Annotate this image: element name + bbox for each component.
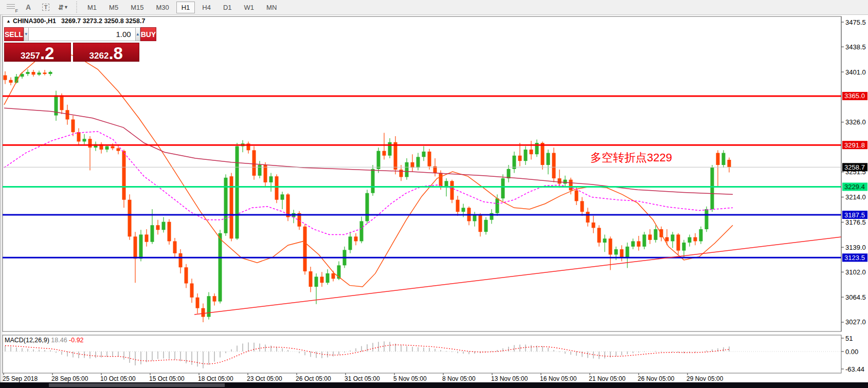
candle (315, 276, 318, 287)
macd-tick-label: -63.44 (845, 365, 864, 373)
price-tick-label: 3139.0 (845, 244, 866, 251)
sell-button[interactable]: SELL (4, 27, 24, 41)
candle (173, 241, 177, 253)
buy-price-display[interactable]: 3262 .8 (73, 43, 140, 62)
volume-down-button[interactable]: ▼ (24, 27, 29, 41)
candle (128, 200, 132, 237)
buy-price-frac: .8 (109, 47, 123, 60)
annotation-text[interactable]: 多空转折点3229 (590, 151, 672, 164)
candle (394, 142, 397, 170)
candle (202, 308, 205, 317)
candle (496, 198, 499, 213)
candle (694, 237, 697, 242)
candle (643, 234, 646, 246)
candle (631, 241, 635, 246)
candle (139, 234, 143, 258)
candle (575, 190, 578, 201)
candle (671, 234, 675, 241)
candle (185, 267, 188, 283)
candle (716, 153, 720, 165)
candle (236, 146, 239, 239)
candle (320, 276, 324, 283)
candle (134, 236, 137, 258)
buy-button[interactable]: BUY (140, 27, 157, 41)
candle (213, 296, 216, 301)
candle (479, 214, 482, 232)
candle (637, 241, 641, 246)
candle (88, 139, 92, 147)
candle (547, 153, 550, 165)
price-badge-label: 3258.7 (844, 163, 865, 171)
candle (682, 243, 686, 251)
candle (162, 222, 166, 230)
candle (122, 151, 126, 200)
candle (450, 181, 454, 199)
candle (117, 148, 120, 151)
date-label: 18 Oct 05:00 (198, 375, 233, 382)
candle (354, 236, 358, 241)
candle (71, 119, 75, 132)
symbol-triangle-icon: ▲ (6, 19, 11, 24)
main-plot-frame[interactable] (3, 16, 841, 331)
price-tick-label: 3438.5 (845, 43, 866, 51)
candle (105, 146, 109, 150)
candle (26, 72, 30, 74)
candle (60, 96, 64, 110)
candle (332, 273, 335, 279)
candle (626, 247, 629, 257)
candle (275, 176, 279, 200)
price-tick-label: 3027.0 (845, 318, 866, 326)
price-tick-label: 3475.5 (845, 19, 866, 26)
buy-price-main: 3262 (89, 51, 109, 60)
candle (405, 162, 409, 177)
candle (219, 233, 222, 302)
ohlc-values: 3269.7 3273.2 3250.8 3258.7 (61, 17, 145, 25)
candle (603, 238, 607, 243)
candle (9, 80, 13, 83)
volume-input[interactable] (29, 27, 135, 41)
candle (654, 229, 658, 240)
candle (77, 132, 81, 141)
candle (564, 180, 567, 184)
date-label: 26 Oct 05:00 (296, 375, 331, 382)
candle (614, 249, 618, 254)
candle (688, 237, 692, 243)
date-label: 16 Nov 05:00 (540, 375, 577, 382)
date-label: 26 Nov 05:00 (638, 375, 675, 382)
price-tick-label: 3401.0 (845, 68, 866, 76)
macd-tick-label: 51 (845, 335, 853, 342)
date-label: 23 Oct 05:00 (247, 375, 282, 382)
candle (722, 153, 726, 165)
date-label: 31 Oct 05:00 (345, 375, 380, 382)
mt4-terminal: { "toolbar": { "icons": [ {"name": "fibo… (0, 0, 868, 388)
date-label: 15 Oct 05:00 (149, 375, 185, 382)
sell-price-display[interactable]: 3257 .2 (4, 43, 71, 62)
macd-plot-frame[interactable] (3, 335, 841, 373)
date-label: 8 Nov 05:00 (442, 375, 476, 382)
candle (558, 178, 562, 183)
candle (349, 236, 352, 250)
volume-up-button[interactable]: ▲ (135, 27, 140, 41)
macd-tick-label: 0.00 (845, 348, 858, 356)
candle (281, 194, 284, 199)
candle (541, 143, 545, 165)
bottom-bar-segment (49, 383, 225, 387)
candle (179, 253, 183, 267)
price-tick-label: 3102.0 (845, 268, 866, 276)
date-label: 28 Sep 05:00 (51, 375, 88, 382)
candle (196, 298, 200, 308)
candle (524, 150, 528, 161)
date-label: 13 Nov 05:00 (491, 375, 528, 382)
candle (156, 225, 160, 230)
candle (111, 146, 115, 149)
candle (190, 283, 194, 297)
candle (598, 228, 601, 243)
candle (501, 178, 505, 198)
candle (677, 234, 680, 250)
candle (728, 160, 731, 167)
candle (207, 296, 211, 317)
candle (145, 234, 149, 242)
candle (83, 139, 86, 141)
candle (168, 222, 171, 242)
candle (49, 72, 52, 74)
